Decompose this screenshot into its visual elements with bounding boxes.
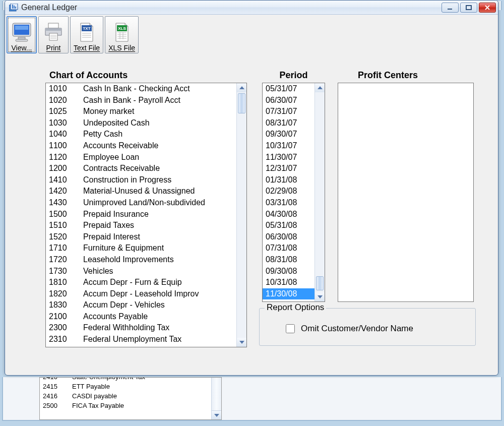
account-row[interactable]: 1830Accum Depr - Vehicles xyxy=(46,299,236,311)
account-row[interactable]: 1720Leasehold Improvements xyxy=(46,254,236,266)
xlsfile-button[interactable]: XLS XLS File xyxy=(105,16,139,53)
account-name: Accum Depr - Furn & Equip xyxy=(83,277,182,288)
svg-marker-36 xyxy=(318,86,323,89)
period-row[interactable]: 03/31/08 xyxy=(263,197,314,209)
period-row[interactable]: 09/30/08 xyxy=(263,266,314,277)
minimize-button[interactable] xyxy=(442,3,459,13)
scroll-thumb[interactable] xyxy=(316,276,324,290)
accounts-listbox-lower[interactable]: 2410State Unemployment Tax2415ETT Payabl… xyxy=(39,377,222,420)
account-row[interactable]: 1820Accum Depr - Leasehold Improv xyxy=(46,288,236,300)
scroll-up-button[interactable] xyxy=(237,83,246,92)
profit-centers-listbox[interactable] xyxy=(338,83,474,302)
scroll-down-button[interactable] xyxy=(237,338,246,347)
print-button[interactable]: Print xyxy=(38,16,69,53)
period-row[interactable]: 09/30/07 xyxy=(263,129,314,140)
svg-rect-15 xyxy=(48,23,58,28)
omit-customer-vendor-checkbox[interactable] xyxy=(286,324,295,333)
report-options-label: Report Options xyxy=(265,302,326,313)
period-row[interactable]: 04/30/08 xyxy=(263,209,314,220)
app-icon xyxy=(9,4,18,12)
account-row[interactable]: 2300Federal Withholding Tax xyxy=(46,322,236,334)
scrollbar-vertical[interactable] xyxy=(236,83,246,347)
account-row[interactable]: 1030Undeposited Cash xyxy=(46,117,236,129)
period-row[interactable]: 05/31/08 xyxy=(263,220,314,231)
titlebar[interactable]: General Ledger xyxy=(5,1,498,15)
accounts-listbox[interactable]: 1010Cash In Bank - Checking Acct1020Cash… xyxy=(45,83,247,347)
account-row[interactable]: 1810Accum Depr - Furn & Equip xyxy=(46,277,236,288)
close-button[interactable] xyxy=(479,3,496,13)
print-label: Print xyxy=(46,44,61,52)
account-row[interactable]: 1025Money market xyxy=(46,106,236,117)
xls-file-icon: XLS xyxy=(110,22,134,43)
period-row[interactable]: 11/30/08 xyxy=(263,288,314,300)
account-row[interactable]: 1430Unimproved Land/Non-subdivided xyxy=(46,197,236,209)
xlsfile-label: XLS File xyxy=(108,44,135,52)
account-row[interactable]: 2310Federal Unemployment Tax xyxy=(46,334,236,345)
svg-text:XLS: XLS xyxy=(118,26,126,31)
svg-rect-4 xyxy=(14,6,15,9)
account-row[interactable]: 1020Cash in Bank - Payroll Acct xyxy=(46,95,236,106)
account-row[interactable]: 1520Prepaid Interest xyxy=(46,231,236,243)
account-code: 1025 xyxy=(49,106,83,117)
period-row[interactable]: 05/31/07 xyxy=(263,83,314,95)
account-code: 1030 xyxy=(49,117,83,129)
scrollbar-vertical[interactable] xyxy=(211,378,221,419)
account-row[interactable]: 1010Cash In Bank - Checking Acct xyxy=(46,83,236,95)
scrollbar-vertical[interactable] xyxy=(314,83,325,301)
period-row[interactable]: 08/31/07 xyxy=(263,117,314,129)
period-row[interactable]: 11/30/07 xyxy=(263,152,314,163)
account-row[interactable]: 2416CASDI payable xyxy=(40,391,211,401)
period-listbox[interactable]: 05/31/0706/30/0707/31/0708/31/0709/30/07… xyxy=(262,83,325,302)
view-button[interactable]: View... xyxy=(7,16,37,53)
monitor-icon xyxy=(10,22,33,43)
account-code: 1510 xyxy=(49,220,83,231)
period-row[interactable]: 08/31/08 xyxy=(263,254,314,266)
account-row[interactable]: 1710Furniture & Equipment xyxy=(46,242,236,254)
period-row[interactable]: 01/31/08 xyxy=(263,174,314,186)
account-row[interactable]: 1500Prepaid Insurance xyxy=(46,209,236,220)
account-name: Employee Loan xyxy=(83,152,139,163)
view-label: View... xyxy=(12,44,32,52)
account-row[interactable]: 2500FICA Tax Payable xyxy=(40,401,211,410)
account-row[interactable]: 1120Employee Loan xyxy=(46,152,236,163)
account-name: Money market xyxy=(83,106,134,117)
period-row[interactable]: 10/31/08 xyxy=(263,277,314,288)
account-code: 2415 xyxy=(43,382,72,391)
account-code: 1200 xyxy=(49,163,83,174)
svg-rect-6 xyxy=(448,9,452,10)
account-row[interactable]: 1510Prepaid Taxes xyxy=(46,220,236,231)
maximize-button[interactable] xyxy=(460,3,477,13)
scroll-down-button[interactable] xyxy=(212,410,221,419)
account-name: Federal Withholding Tax xyxy=(83,322,169,334)
account-row[interactable]: 1420Material-Unused & Unassigned xyxy=(46,186,236,197)
scroll-down-button[interactable] xyxy=(315,292,325,301)
account-code: 1410 xyxy=(49,174,83,186)
period-row[interactable]: 07/31/07 xyxy=(263,106,314,117)
omit-customer-vendor-row[interactable]: Omit Customer/Vendor Name xyxy=(284,323,469,335)
account-row[interactable]: 1410Construction in Progress xyxy=(46,174,236,186)
account-code: 2410 xyxy=(43,378,72,382)
period-heading: Period xyxy=(262,70,325,81)
account-row[interactable]: 2415ETT Payable xyxy=(40,382,211,391)
period-row[interactable]: 02/29/08 xyxy=(263,186,314,197)
account-name: Prepaid Interest xyxy=(83,231,140,243)
account-row[interactable]: 1730Vehicles xyxy=(46,266,236,277)
account-row[interactable]: 2410State Unemployment Tax xyxy=(40,378,211,382)
account-code: 1420 xyxy=(49,186,83,197)
account-code: 2300 xyxy=(49,322,83,334)
period-row[interactable]: 07/31/08 xyxy=(263,242,314,254)
period-row[interactable]: 06/30/08 xyxy=(263,231,314,243)
account-code: 2310 xyxy=(49,334,83,345)
period-row[interactable]: 10/31/07 xyxy=(263,140,314,152)
account-code: 2416 xyxy=(43,391,72,401)
textfile-button[interactable]: TXT Text File xyxy=(70,16,103,53)
account-row[interactable]: 1040Petty Cash xyxy=(46,129,236,140)
scroll-up-button[interactable] xyxy=(315,83,325,92)
account-row[interactable]: 2100Accounts Payable xyxy=(46,311,236,323)
account-code: 1500 xyxy=(49,209,83,220)
period-row[interactable]: 06/30/07 xyxy=(263,95,314,106)
account-row[interactable]: 1200Contracts Receivable xyxy=(46,163,236,174)
account-row[interactable]: 1100Accounts Receivable xyxy=(46,140,236,152)
scroll-thumb[interactable] xyxy=(238,93,245,113)
period-row[interactable]: 12/31/07 xyxy=(263,163,314,174)
